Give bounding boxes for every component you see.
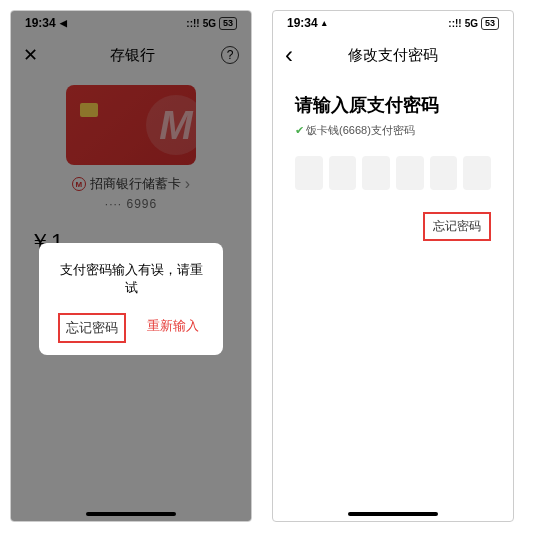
battery-icon: 53 [481, 17, 499, 30]
account-subtext: ✔ 饭卡钱(6668)支付密码 [295, 123, 491, 138]
status-time: 19:34 [287, 16, 318, 30]
pin-digit[interactable] [463, 156, 491, 190]
heading: 请输入原支付密码 [295, 93, 491, 117]
network-label: 5G [465, 18, 478, 29]
status-indicator-icon: ▴ [322, 18, 327, 28]
error-dialog: 支付密码输入有误，请重试 忘记密码 重新输入 [39, 243, 223, 355]
screen-change-password: 19:34 ▴ ::!! 5G 53 ‹ 修改支付密码 请输入原支付密码 ✔ 饭… [272, 10, 514, 522]
pin-digit[interactable] [295, 156, 323, 190]
pin-digit[interactable] [430, 156, 458, 190]
page-title: 修改支付密码 [305, 46, 481, 65]
pin-digit[interactable] [362, 156, 390, 190]
account-icon: ✔ [295, 124, 304, 137]
back-icon[interactable]: ‹ [285, 41, 305, 69]
signal-icon: ::!! [448, 18, 461, 29]
forgot-password-link[interactable]: 忘记密码 [423, 212, 491, 241]
home-indicator[interactable] [348, 512, 438, 516]
nav-bar: ‹ 修改支付密码 [273, 35, 513, 75]
pin-digit[interactable] [329, 156, 357, 190]
forgot-password-button[interactable]: 忘记密码 [58, 313, 126, 343]
pin-digit[interactable] [396, 156, 424, 190]
pin-input[interactable] [295, 156, 491, 190]
account-label: 饭卡钱(6668)支付密码 [306, 123, 415, 138]
retry-button[interactable]: 重新输入 [141, 313, 205, 343]
screen-deposit: 19:34 ◀ ::!! 5G 53 ✕ 存银行 ? M M 招商银行储蓄卡 › [10, 10, 252, 522]
dialog-message: 支付密码输入有误，请重试 [55, 261, 207, 297]
status-bar: 19:34 ▴ ::!! 5G 53 [273, 11, 513, 35]
home-indicator[interactable] [86, 512, 176, 516]
